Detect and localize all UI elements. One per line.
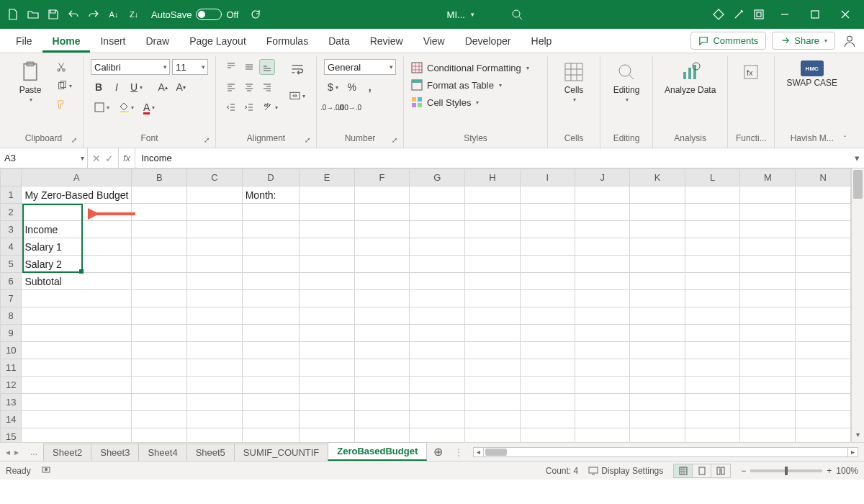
view-page-layout-icon[interactable]: [693, 464, 711, 477]
cell-K7[interactable]: [630, 290, 685, 307]
cell-J2[interactable]: [575, 204, 629, 221]
cell-styles-button[interactable]: Cell Styles▾: [411, 96, 479, 108]
cell-F14[interactable]: [354, 411, 410, 428]
cell-E2[interactable]: [300, 204, 355, 221]
cell-I6[interactable]: [520, 273, 575, 290]
cell-N6[interactable]: [796, 273, 851, 290]
cell-N11[interactable]: [796, 359, 851, 377]
sheet-tab-sheet3[interactable]: Sheet3: [91, 444, 139, 461]
cell-H15[interactable]: [465, 428, 521, 443]
sheet-tab-sheet2[interactable]: Sheet2: [43, 444, 91, 461]
tab-formulas[interactable]: Formulas: [256, 31, 318, 53]
cell-M8[interactable]: [740, 307, 796, 325]
cell-J10[interactable]: [575, 342, 629, 359]
cell-A11[interactable]: [22, 359, 132, 377]
cell-B8[interactable]: [132, 307, 187, 325]
cell-B13[interactable]: [132, 394, 187, 411]
row-header-10[interactable]: 10: [1, 342, 22, 359]
cell-A6[interactable]: Subtotal: [22, 273, 132, 290]
cell-J15[interactable]: [575, 428, 629, 443]
cell-D13[interactable]: [242, 394, 299, 411]
cell-B5[interactable]: [132, 256, 187, 273]
currency-icon[interactable]: $▾: [324, 79, 342, 95]
col-header-A[interactable]: A: [22, 169, 132, 186]
align-left-icon[interactable]: [223, 79, 239, 95]
col-header-F[interactable]: F: [354, 169, 410, 186]
cell-A13[interactable]: [22, 394, 132, 411]
cell-L3[interactable]: [685, 221, 739, 238]
cell-J8[interactable]: [575, 307, 629, 325]
autosave-switch[interactable]: [196, 9, 222, 20]
cell-G7[interactable]: [410, 290, 465, 307]
sheet-tab-zerobasedbudget[interactable]: ZeroBasedBudget: [328, 442, 427, 461]
col-header-B[interactable]: B: [132, 169, 187, 186]
undo-icon[interactable]: [65, 6, 82, 23]
wand-icon[interactable]: [730, 6, 747, 23]
cell-M1[interactable]: [740, 186, 796, 204]
cell-L5[interactable]: [685, 256, 739, 273]
cell-G14[interactable]: [410, 411, 465, 428]
cell-N14[interactable]: [796, 411, 851, 428]
cell-K10[interactable]: [630, 342, 685, 359]
tab-help[interactable]: Help: [521, 31, 562, 53]
align-bottom-icon[interactable]: [259, 59, 275, 75]
cell-H11[interactable]: [465, 359, 521, 377]
cell-I8[interactable]: [520, 307, 575, 325]
cell-H2[interactable]: [465, 204, 521, 221]
sheet-tab-sheet5[interactable]: Sheet5: [186, 444, 235, 461]
cell-C2[interactable]: [187, 204, 243, 221]
cell-H6[interactable]: [465, 273, 521, 290]
cell-L12[interactable]: [685, 377, 739, 394]
cell-I9[interactable]: [520, 325, 575, 342]
cell-E15[interactable]: [300, 428, 355, 443]
cell-L2[interactable]: [685, 204, 739, 221]
cell-A15[interactable]: [22, 428, 132, 443]
cell-H3[interactable]: [465, 221, 521, 238]
cell-K15[interactable]: [630, 428, 685, 443]
cell-K1[interactable]: [630, 186, 685, 204]
cell-M7[interactable]: [740, 290, 796, 307]
cell-L9[interactable]: [685, 325, 739, 342]
cell-C1[interactable]: [187, 186, 243, 204]
percent-icon[interactable]: %: [344, 79, 360, 95]
cell-F13[interactable]: [354, 394, 410, 411]
cell-L6[interactable]: [685, 273, 739, 290]
cell-K5[interactable]: [630, 256, 685, 273]
cell-N15[interactable]: [796, 428, 851, 443]
analyze-data-button[interactable]: Analyze Data: [660, 59, 720, 96]
cell-H14[interactable]: [465, 411, 521, 428]
cell-B12[interactable]: [132, 377, 187, 394]
cell-N5[interactable]: [796, 256, 851, 273]
tab-view[interactable]: View: [413, 31, 455, 53]
cell-N7[interactable]: [796, 290, 851, 307]
cell-G15[interactable]: [410, 428, 465, 443]
cell-H12[interactable]: [465, 377, 521, 394]
name-box[interactable]: A3▾: [0, 148, 88, 168]
cell-D1[interactable]: Month:: [242, 186, 299, 204]
cell-H4[interactable]: [465, 238, 521, 256]
cell-A3[interactable]: Income: [22, 221, 132, 238]
cell-K3[interactable]: [630, 221, 685, 238]
cell-J3[interactable]: [575, 221, 629, 238]
col-header-H[interactable]: H: [465, 169, 521, 186]
cell-H9[interactable]: [465, 325, 521, 342]
cell-I7[interactable]: [520, 290, 575, 307]
cell-F7[interactable]: [354, 290, 410, 307]
cell-K9[interactable]: [630, 325, 685, 342]
cell-B7[interactable]: [132, 290, 187, 307]
cell-H8[interactable]: [465, 307, 521, 325]
cell-M4[interactable]: [740, 238, 796, 256]
cell-M14[interactable]: [740, 411, 796, 428]
cell-F3[interactable]: [354, 221, 410, 238]
cell-J6[interactable]: [575, 273, 629, 290]
horizontal-scrollbar[interactable]: ◂▸: [473, 447, 858, 457]
cell-H10[interactable]: [465, 342, 521, 359]
macro-record-icon[interactable]: [41, 464, 51, 477]
cell-L14[interactable]: [685, 411, 739, 428]
cell-F5[interactable]: [354, 256, 410, 273]
cell-I4[interactable]: [520, 238, 575, 256]
cell-M6[interactable]: [740, 273, 796, 290]
autosave-toggle[interactable]: AutoSave Off: [151, 9, 238, 20]
sort-desc-icon[interactable]: Z↓: [125, 6, 143, 23]
cell-D9[interactable]: [242, 325, 299, 342]
